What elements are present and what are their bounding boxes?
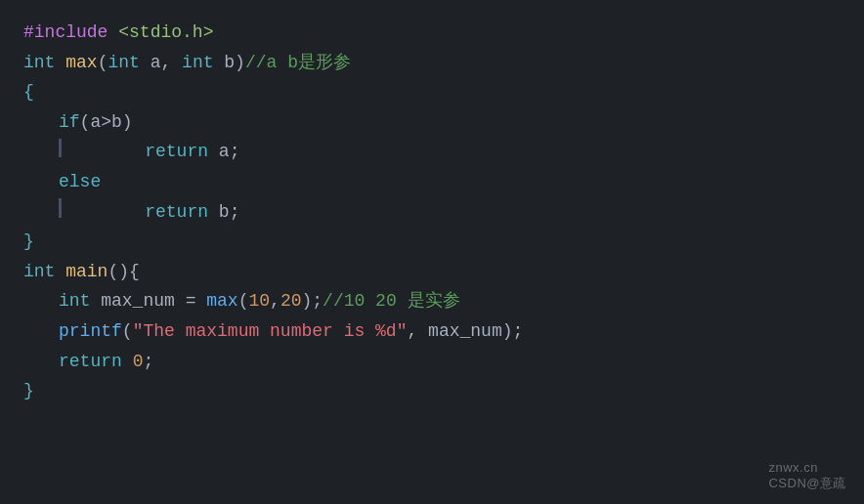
keyword-int-var: int (59, 286, 90, 316)
var-max-num-arg: max_num (428, 316, 502, 347)
arg-20: 20 (281, 286, 302, 316)
code-line-1: #include <stdio.h> (23, 18, 841, 48)
keyword-return-b: return (145, 197, 208, 228)
code-line-10: int max_num = max ( 10 , 20 ); //10 20 是… (23, 286, 841, 316)
code-editor: #include <stdio.h> int max ( int a , int… (0, 0, 864, 424)
var-a-cond: a (90, 107, 101, 138)
code-line-5: return a ; (23, 137, 841, 167)
code-line-8: } (23, 227, 841, 257)
code-line-9: int main (){ (23, 257, 841, 287)
preprocessor-include: #include (23, 18, 108, 48)
keyword-int-param1: int (108, 48, 139, 78)
indent-bar-2 (59, 198, 62, 218)
comment-actual-params: //10 20 是实参 (323, 286, 459, 316)
code-line-4: if ( a > b ) (23, 107, 841, 138)
watermark-site: znwx.cn (768, 460, 817, 475)
keyword-return-0: return (59, 347, 122, 377)
string-literal: "The maximum number is %d" (133, 316, 408, 347)
keyword-int-main: int (23, 257, 55, 287)
keyword-if: if (59, 107, 80, 138)
param-b: b (224, 48, 235, 78)
return-val-b: b (219, 197, 230, 228)
keyword-int: int (23, 48, 55, 78)
var-b-cond: b (111, 107, 122, 138)
code-line-13: } (23, 376, 841, 406)
indent-bar (59, 139, 62, 158)
param-a: a (151, 48, 161, 78)
code-line-11: printf ( "The maximum number is %d" , ma… (23, 316, 841, 347)
code-line-7: return b ; (23, 197, 841, 228)
brace-close-2: } (23, 376, 34, 406)
return-val-0: 0 (133, 347, 144, 377)
brace-open: { (23, 77, 34, 107)
brace-close-1: } (23, 227, 34, 257)
code-line-12: return 0 ; (23, 347, 841, 377)
comment-formal-params: //a b是形参 (245, 48, 351, 78)
watermark-label: CSDN@意疏 (768, 476, 846, 490)
keyword-else: else (59, 167, 101, 197)
fn-call-printf: printf (59, 316, 122, 347)
fn-call-max: max (206, 286, 238, 316)
var-max-num: max_num (101, 286, 175, 316)
code-line-2: int max ( int a , int b ) //a b是形参 (23, 48, 841, 78)
arg-10: 10 (248, 286, 270, 316)
return-val-a: a (219, 137, 230, 167)
keyword-int-param2: int (182, 48, 213, 78)
code-line-6: else (23, 167, 841, 197)
include-header: <stdio.h> (118, 18, 213, 48)
function-name-main: main (65, 257, 108, 287)
watermark: znwx.cn CSDN@意疏 (768, 460, 846, 492)
keyword-return-a: return (145, 137, 208, 167)
code-line-3: { (23, 77, 841, 107)
function-name-max: max (65, 48, 97, 78)
